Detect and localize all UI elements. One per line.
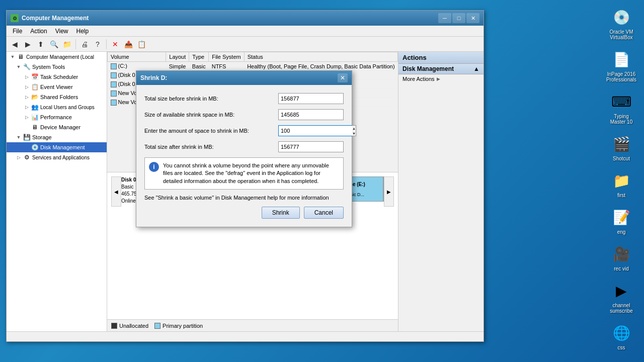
legend-primary-color: [154, 323, 160, 329]
spinner-down-button[interactable]: ▼: [352, 131, 356, 136]
maximize-button[interactable]: □: [452, 13, 465, 23]
tree-system-tools-expand: ▼: [15, 63, 23, 71]
spinner-up-button[interactable]: ▲: [352, 126, 356, 131]
vol-fs: NTFS: [209, 62, 244, 71]
more-actions-item[interactable]: More Actions ▶: [398, 74, 484, 83]
virtualbox-icon: 💿: [611, 7, 631, 27]
shrink-button[interactable]: Shrink: [262, 207, 300, 219]
dialog-row-3: Enter the amount of space to shrink in M…: [144, 125, 344, 136]
tree-performance-label: Performance: [40, 114, 72, 120]
virtualbox-label: Oracle VM VirtualBox: [606, 29, 637, 40]
shrink-dialog: Shrink D: ✕ Total size before shrink in …: [136, 70, 352, 227]
tree-device-expand: [23, 123, 31, 131]
info-box: i You cannot shrink a volume beyond the …: [144, 157, 344, 190]
toolbar-separator1: [75, 39, 76, 49]
tree-perf-expand: ▷: [23, 113, 31, 121]
col-status: Status: [244, 52, 397, 62]
desktop-icon-recvid[interactable]: 🎥 rec vid: [604, 242, 639, 274]
shrink-amount-wrap: ▲ ▼: [278, 125, 344, 136]
disk-management-label: Disk Management: [403, 65, 454, 72]
tree-system-tools[interactable]: ▼ 🔧 System Tools: [7, 62, 107, 72]
tree-services-icon: ⚙: [23, 153, 31, 161]
title-bar: ⚙ Computer Management ─ □ ✕: [7, 11, 484, 26]
tree-users-icon: 👥: [31, 103, 39, 111]
tree-task-icon: 📅: [31, 73, 39, 81]
toolbar-up[interactable]: ⬆: [35, 38, 47, 50]
typing-label: Typing Master 10: [606, 114, 637, 125]
tree-shared-folders[interactable]: ▷ 📂 Shared Folders: [7, 92, 107, 102]
toolbar-print[interactable]: 🖨: [78, 38, 91, 50]
menu-help[interactable]: Help: [72, 27, 93, 36]
toolbar-properties[interactable]: 📋: [135, 38, 147, 50]
toolbar-export[interactable]: 📤: [122, 38, 134, 50]
more-actions-arrow: ▶: [437, 76, 440, 81]
tree-root[interactable]: ▼ 🖥 Computer Management (Local: [7, 52, 107, 62]
legend-bar: Unallocated Primary partition: [107, 319, 398, 331]
tree-services[interactable]: ▷ ⚙ Services and Applications: [7, 152, 107, 162]
help-text: See "Shrink a basic volume" in Disk Mana…: [144, 195, 344, 201]
col-volume: Volume: [108, 52, 166, 62]
desktop-icon-channel[interactable]: ▶ channel sumscribe: [604, 279, 639, 316]
desktop-icon-inpage[interactable]: 📄 InPage 2016 Professionals: [604, 47, 639, 84]
scroll-right[interactable]: ▶: [384, 176, 394, 207]
menu-action[interactable]: Action: [26, 27, 51, 36]
toolbar-back[interactable]: ◀: [9, 38, 21, 50]
toolbar-forward[interactable]: ▶: [22, 38, 34, 50]
tree-storage[interactable]: ▼ 💾 Storage: [7, 132, 107, 142]
typing-icon: ⌨: [611, 92, 631, 112]
legend-primary: Primary partition: [154, 323, 203, 329]
close-button[interactable]: ✕: [466, 13, 479, 23]
minimize-button[interactable]: ─: [438, 13, 451, 23]
recvid-label: rec vid: [614, 266, 628, 272]
desktop-icons-container: 💿 Oracle VM VirtualBox 📄 InPage 2016 Pro…: [604, 5, 639, 352]
shrink-amount-input[interactable]: [278, 125, 352, 136]
tree-task-scheduler[interactable]: ▷ 📅 Task Scheduler: [7, 72, 107, 82]
window-icon: ⚙: [11, 14, 19, 22]
first-label: first: [617, 193, 625, 198]
desktop-icon-first[interactable]: 📁 first: [604, 168, 639, 200]
tree-disk-management[interactable]: 💿 Disk Management: [7, 142, 107, 152]
desktop-icon-virtualbox[interactable]: 💿 Oracle VM VirtualBox: [604, 5, 639, 42]
field-value-1: 156877: [278, 93, 344, 104]
tree-shared-icon: 📂: [31, 93, 39, 101]
desktop-icon-eng[interactable]: 📝 eng: [604, 205, 639, 237]
scroll-left[interactable]: ◀: [111, 176, 121, 207]
tree-disk-expand: [23, 143, 31, 151]
menu-file[interactable]: File: [9, 27, 26, 36]
desktop-icon-typing[interactable]: ⌨ Typing Master 10: [604, 89, 639, 127]
table-row[interactable]: (C:) Simple Basic NTFS Healthy (Boot, Pa…: [108, 62, 398, 71]
tree-event-icon: 📋: [31, 83, 39, 91]
toolbar-folders[interactable]: 📁: [61, 38, 73, 50]
tree-services-expand: ▷: [15, 153, 23, 161]
cancel-button[interactable]: Cancel: [304, 207, 344, 219]
tree-task-label: Task Scheduler: [40, 74, 78, 80]
title-bar-left: ⚙ Computer Management: [11, 14, 89, 22]
legend-unallocated: Unallocated: [111, 323, 148, 329]
field-value-4: 156777: [278, 141, 344, 152]
tree-local-users[interactable]: ▷ 👥 Local Users and Groups: [7, 102, 107, 112]
desktop-icon-css[interactable]: 🌐 css: [604, 321, 639, 352]
more-actions-label: More Actions: [403, 76, 435, 82]
tree-performance[interactable]: ▷ 📊 Performance: [7, 112, 107, 122]
toolbar-delete[interactable]: ✕: [109, 38, 121, 50]
inpage-icon: 📄: [611, 49, 631, 69]
toolbar-help[interactable]: ?: [92, 38, 104, 50]
tree-event-expand: ▷: [23, 83, 31, 91]
field-label-4: Total size after shrink in MB:: [144, 144, 278, 150]
toolbar: ◀ ▶ ⬆ 🔍 📁 🖨 ? ✕ 📤 📋: [7, 37, 484, 52]
menu-view[interactable]: View: [51, 27, 72, 36]
col-filesystem: File System: [209, 52, 244, 62]
tree-shared-expand: ▷: [23, 93, 31, 101]
col-layout: Layout: [166, 52, 189, 62]
tree-disk-icon: 💿: [31, 143, 39, 151]
desktop-icon-shotcut[interactable]: 🎬 Shotcut: [604, 132, 639, 163]
eng-label: eng: [617, 229, 626, 235]
disk-management-section[interactable]: Disk Management ▲: [398, 64, 484, 74]
tree-event-viewer[interactable]: ▷ 📋 Event Viewer: [7, 82, 107, 92]
toolbar-search[interactable]: 🔍: [48, 38, 60, 50]
toolbar-separator2: [106, 39, 107, 49]
legend-primary-label: Primary partition: [163, 323, 203, 329]
dialog-close-button[interactable]: ✕: [338, 73, 348, 82]
vol-type: Basic: [189, 62, 209, 71]
tree-device-manager[interactable]: 🖥 Device Manager: [7, 122, 107, 132]
